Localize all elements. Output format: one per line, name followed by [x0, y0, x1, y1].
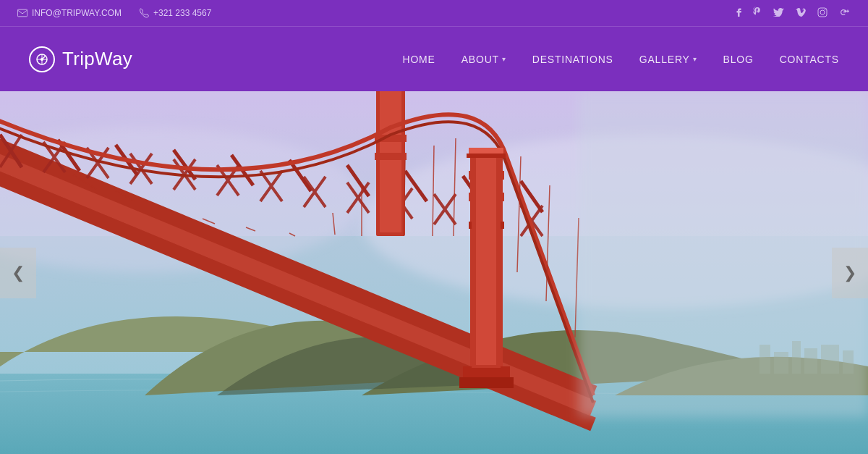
phone-text: +321 233 4567	[153, 8, 211, 18]
vimeo-icon[interactable]	[796, 7, 806, 19]
carousel-prev-button[interactable]: ❮	[0, 248, 36, 298]
nav-links: HOME ABOUT ▾ DESTINATIONS GALLERY ▾ BLOG…	[402, 54, 839, 65]
nav-about[interactable]: ABOUT ▾	[461, 54, 506, 65]
carousel-next-button[interactable]: ❯	[832, 248, 868, 298]
instagram-icon[interactable]	[817, 7, 827, 20]
next-icon: ❯	[843, 264, 856, 282]
nav-gallery[interactable]: GALLERY ▾	[639, 54, 697, 65]
svg-rect-63	[375, 153, 407, 160]
phone-contact: +321 233 4567	[139, 8, 211, 18]
svg-line-8	[42, 56, 45, 59]
svg-rect-0	[17, 9, 27, 17]
nav-bar: TripWay HOME ABOUT ▾ DESTINATIONS GALLER…	[0, 26, 868, 91]
svg-rect-86	[804, 348, 817, 374]
svg-rect-81	[467, 154, 506, 158]
email-icon	[17, 8, 27, 18]
top-bar: INFO@TRIPWAY.COM +321 233 4567	[0, 0, 868, 26]
svg-point-2	[820, 10, 825, 14]
svg-rect-84	[774, 352, 788, 374]
gallery-caret: ▾	[693, 55, 697, 63]
svg-rect-87	[821, 345, 839, 374]
svg-rect-80	[469, 148, 503, 154]
facebook-icon[interactable]	[736, 7, 741, 20]
svg-rect-85	[792, 341, 801, 374]
svg-rect-88	[843, 350, 854, 374]
phone-icon	[139, 8, 149, 18]
top-bar-left: INFO@TRIPWAY.COM +321 233 4567	[17, 8, 211, 18]
twitter-icon[interactable]	[773, 7, 784, 19]
hero-image	[0, 91, 868, 454]
hero-slider: ❮ ❯	[0, 91, 868, 454]
prev-icon: ❮	[12, 264, 25, 282]
svg-rect-83	[760, 345, 770, 374]
social-links	[736, 7, 851, 20]
nav-blog[interactable]: BLOG	[723, 54, 754, 65]
nav-home[interactable]: HOME	[402, 54, 435, 65]
svg-rect-1	[818, 8, 827, 17]
logo-text: TripWay	[62, 48, 132, 70]
email-contact: INFO@TRIPWAY.COM	[17, 8, 122, 18]
email-text: INFO@TRIPWAY.COM	[32, 8, 122, 18]
pinterest-icon[interactable]	[753, 7, 762, 20]
svg-rect-61	[380, 91, 401, 232]
svg-point-3	[825, 9, 826, 10]
svg-rect-59	[459, 377, 514, 388]
logo[interactable]: TripWay	[29, 46, 132, 72]
logo-icon	[29, 46, 55, 72]
google-plus-icon[interactable]	[839, 7, 851, 19]
svg-rect-79	[476, 155, 496, 365]
about-caret: ▾	[502, 55, 506, 63]
nav-destinations[interactable]: DESTINATIONS	[532, 54, 613, 65]
nav-contacts[interactable]: CONTACTS	[780, 54, 839, 65]
